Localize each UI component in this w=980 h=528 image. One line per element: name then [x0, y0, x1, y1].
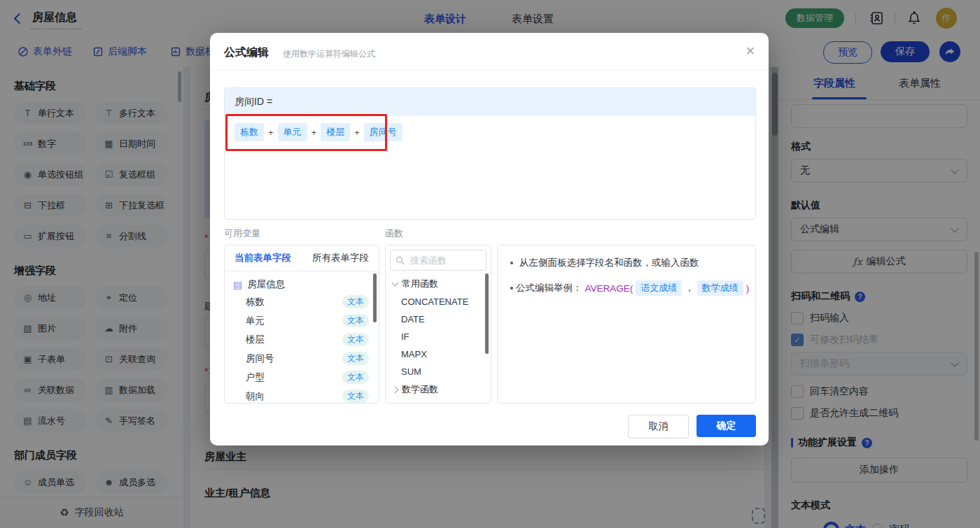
function-item[interactable]: SUM [386, 363, 491, 380]
plus-operator: + [354, 127, 360, 138]
bullet-icon [510, 262, 513, 264]
bullet-icon [510, 287, 513, 290]
variables-scrollbar-thumb[interactable] [373, 273, 377, 322]
formula-target: 房间ID = [225, 88, 755, 116]
type-badge: 文本 [342, 333, 369, 346]
function-search[interactable] [390, 250, 486, 271]
example-field-chip: 语文成绩 [636, 280, 682, 296]
modal-header-divider [210, 70, 769, 71]
cancel-button[interactable]: 取消 [628, 415, 689, 438]
field-token[interactable]: 楼层 [321, 123, 350, 141]
variables-tabs: 当前表单字段 所有表单字段 [225, 245, 379, 271]
type-badge: 文本 [342, 390, 369, 403]
type-badge: 文本 [342, 295, 369, 308]
plus-operator: + [268, 127, 274, 138]
type-badge: 文本 [342, 314, 369, 327]
chevron-down-icon [392, 280, 399, 287]
function-group-text[interactable]: 文本函数 [386, 399, 491, 404]
form-doc-icon: ▤ [233, 280, 242, 290]
field-token[interactable]: 单元 [278, 123, 307, 141]
function-item[interactable]: IF [386, 328, 491, 345]
variable-row[interactable]: 房间号文本 [225, 349, 379, 368]
tips-panel: 从左侧面板选择字段名和函数，或输入函数 公式编辑举例： AVERAGE( 语文成… [497, 245, 756, 404]
functions-caption: 函数 [385, 227, 403, 240]
form-tree-node[interactable]: ▤ 房屋信息 [225, 271, 379, 292]
modal-subtitle: 使用数学运算符编辑公式 [283, 48, 375, 60]
plus-operator: + [312, 127, 317, 138]
modal-title: 公式编辑 [224, 45, 269, 60]
variables-caption: 可用变量 [224, 227, 260, 240]
formula-editor-modal: 公式编辑 使用数学运算符编辑公式 × 房间ID = 栋数 + 单元 + 楼层 +… [210, 33, 769, 445]
field-token[interactable]: 栋数 [234, 123, 264, 141]
chevron-right-icon [392, 386, 399, 393]
function-item[interactable]: DATE [386, 311, 491, 328]
formula-editor-area[interactable]: 房间ID = 栋数 + 单元 + 楼层 + 房间号 [224, 87, 756, 220]
tip-line-2: 公式编辑举例： AVERAGE( 语文成绩 ， 数学成绩 ) [510, 280, 755, 296]
variable-row[interactable]: 朝向文本 [225, 387, 379, 404]
function-item[interactable]: MAPX [386, 345, 491, 363]
example-function-name: AVERAGE( [585, 283, 634, 294]
app-root: 房屋信息 表单设计 表单设置 数据管理 作 [0, 0, 980, 528]
tab-current-form-fields[interactable]: 当前表单字段 [234, 252, 291, 264]
close-icon[interactable]: × [739, 40, 762, 62]
search-icon [396, 255, 405, 268]
example-field-chip: 数学成绩 [697, 280, 743, 296]
variable-row[interactable]: 栋数文本 [225, 292, 379, 311]
variable-row[interactable]: 户型文本 [225, 368, 379, 387]
function-item[interactable]: CONCATENATE [386, 293, 491, 311]
variables-panel: 当前表单字段 所有表单字段 ▤ 房屋信息 栋数文本 单元文本 楼层文本 房间号文… [224, 245, 379, 404]
type-badge: 文本 [342, 371, 369, 384]
variable-row[interactable]: 楼层文本 [225, 330, 379, 349]
tab-all-form-fields[interactable]: 所有表单字段 [312, 252, 369, 264]
function-group-common[interactable]: 常用函数 [386, 275, 491, 293]
function-group-math[interactable]: 数学函数 [386, 380, 491, 399]
tip-line-1: 从左侧面板选择字段名和函数，或输入函数 [510, 257, 755, 269]
formula-expression: 栋数 + 单元 + 楼层 + 房间号 [234, 123, 402, 141]
confirm-button[interactable]: 确定 [696, 415, 756, 437]
functions-panel: 常用函数 CONCATENATE DATE IF MAPX SUM 数学函数 文… [385, 245, 491, 404]
functions-scrollbar-thumb[interactable] [485, 273, 489, 354]
field-token[interactable]: 房间号 [364, 123, 402, 141]
type-badge: 文本 [342, 352, 369, 365]
example-close-paren: ) [746, 283, 750, 294]
variable-row[interactable]: 单元文本 [225, 311, 379, 330]
function-search-input[interactable] [409, 250, 489, 270]
